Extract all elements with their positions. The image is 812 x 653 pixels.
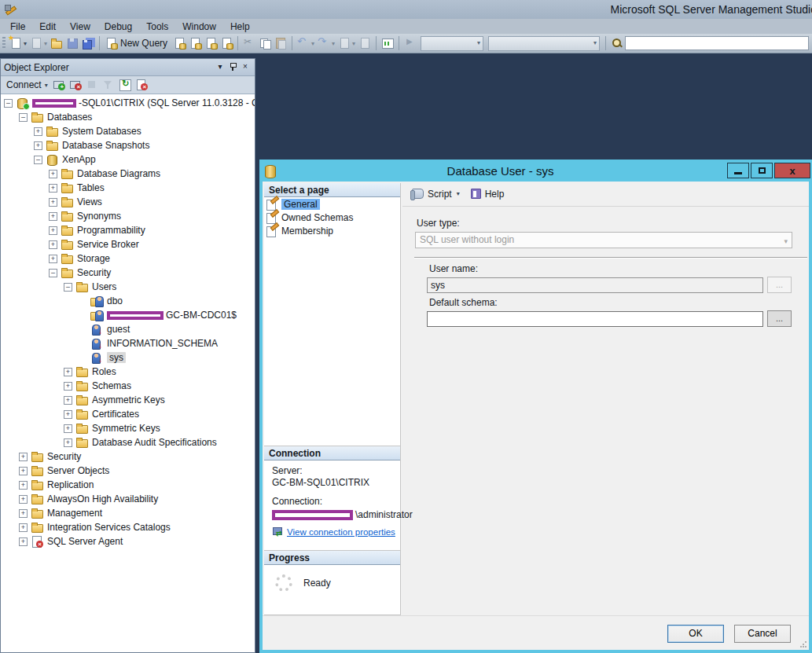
tree-item[interactable]: +Replication: [1, 478, 255, 492]
query-window-button[interactable]: ▾: [336, 35, 357, 52]
results-window-button[interactable]: [357, 35, 373, 52]
expander-icon[interactable]: +: [19, 467, 28, 475]
tree-item[interactable]: +Database Audit Specifications: [1, 435, 255, 449]
new-item-button[interactable]: ▾: [8, 35, 28, 52]
expander-icon[interactable]: +: [64, 438, 72, 447]
menu-window[interactable]: Window: [175, 20, 223, 33]
menu-file[interactable]: File: [3, 20, 32, 33]
dmx-query-button[interactable]: [203, 35, 219, 52]
save-all-button[interactable]: [80, 35, 96, 52]
tree-item[interactable]: +Asymmetric Keys: [1, 393, 255, 407]
debug-start-button[interactable]: [402, 35, 418, 52]
close-button[interactable]: x: [774, 163, 810, 178]
tree-item[interactable]: +Roles: [1, 365, 255, 379]
expander-icon[interactable]: +: [49, 184, 57, 193]
xmla-query-button[interactable]: [219, 35, 234, 52]
save-button[interactable]: [64, 35, 80, 52]
expander-icon[interactable]: +: [49, 255, 57, 263]
disconnect-server-button[interactable]: [68, 78, 83, 93]
expander-icon[interactable]: +: [64, 424, 72, 433]
menu-help[interactable]: Help: [223, 20, 257, 33]
tree-item[interactable]: +Schemas: [1, 379, 255, 393]
expander-icon[interactable]: –: [49, 269, 57, 277]
script-button[interactable]: Script ▾: [412, 189, 460, 200]
tree-item[interactable]: +Synonyms: [1, 209, 255, 223]
copy-button[interactable]: [257, 35, 273, 52]
tree-item[interactable]: +Tables: [1, 181, 255, 195]
tree-item[interactable]: +Views: [1, 195, 255, 209]
expander-icon[interactable]: +: [19, 453, 28, 461]
expander-icon[interactable]: +: [49, 240, 57, 249]
find-button[interactable]: [609, 35, 625, 52]
pin-button[interactable]: [226, 61, 239, 73]
expander-icon[interactable]: –: [64, 283, 72, 292]
tree-item[interactable]: +Certificates: [1, 407, 255, 421]
expander-icon[interactable]: +: [64, 410, 72, 419]
mdx-query-button[interactable]: [187, 35, 203, 52]
connect-server-button[interactable]: [52, 78, 67, 93]
expander-icon[interactable]: +: [49, 198, 57, 207]
help-button[interactable]: Help: [471, 189, 505, 200]
tree-item[interactable]: +SQL Server Agent: [1, 534, 255, 548]
expander-icon[interactable]: +: [34, 127, 42, 136]
tree-item[interactable]: +Symmetric Keys: [1, 421, 255, 435]
paste-button[interactable]: [273, 35, 288, 52]
tree-item[interactable]: INFORMATION_SCHEMA: [1, 336, 255, 350]
connect-button[interactable]: Connect▾: [4, 79, 50, 91]
expander-icon[interactable]: +: [49, 170, 57, 178]
toolbar-search-input[interactable]: [625, 36, 809, 50]
new-query-button[interactable]: New Query: [103, 35, 171, 52]
expander-icon[interactable]: +: [19, 509, 28, 518]
page-item-general[interactable]: General: [264, 197, 400, 211]
tree-item[interactable]: –-SQL01\CITRIX (SQL Server 11.0.3128 - G…: [1, 96, 255, 110]
tree-item[interactable]: –XenApp: [1, 152, 255, 167]
user-type-combobox[interactable]: SQL user without login ▾: [415, 232, 792, 248]
expander-icon[interactable]: –: [34, 156, 42, 164]
default-schema-browse-button[interactable]: ...: [767, 310, 792, 327]
tree-item[interactable]: sys: [1, 350, 255, 365]
window-position-button[interactable]: ▾: [214, 61, 226, 73]
tree-item[interactable]: +Storage: [1, 251, 255, 266]
menu-edit[interactable]: Edit: [32, 20, 63, 33]
refresh-button[interactable]: [118, 78, 133, 93]
user-name-browse-button[interactable]: ...: [767, 277, 792, 293]
expander-icon[interactable]: –: [4, 99, 13, 108]
database-engine-query-button[interactable]: [171, 35, 187, 52]
menu-view[interactable]: View: [63, 20, 97, 33]
default-schema-field[interactable]: [427, 311, 763, 327]
open-file-button[interactable]: [49, 35, 64, 52]
dialog-title-bar[interactable]: Database User - sys x: [259, 160, 812, 182]
page-item-owned-schemas[interactable]: Owned Schemas: [264, 211, 400, 224]
expander-icon[interactable]: +: [49, 212, 57, 221]
tree-item[interactable]: –Databases: [1, 110, 255, 124]
tree-item[interactable]: +Server Objects: [1, 464, 255, 478]
script-button[interactable]: [134, 78, 149, 93]
toolbar-combobox-2[interactable]: ▾: [488, 36, 600, 51]
stop-button[interactable]: [85, 78, 100, 93]
expander-icon[interactable]: +: [64, 382, 72, 391]
menu-tools[interactable]: Tools: [139, 20, 175, 33]
tree-item[interactable]: +AlwaysOn High Availability: [1, 492, 255, 506]
tree-item[interactable]: +Service Broker: [1, 237, 255, 251]
expander-icon[interactable]: +: [19, 537, 28, 546]
tree-item[interactable]: +System Databases: [1, 124, 255, 138]
tree-item[interactable]: guest: [1, 322, 255, 336]
expander-icon[interactable]: +: [34, 141, 42, 150]
tree-item[interactable]: +Database Diagrams: [1, 167, 255, 181]
resize-grip[interactable]: [799, 640, 807, 648]
add-item-button[interactable]: ▾: [28, 35, 49, 52]
tree-item[interactable]: –Users: [1, 280, 255, 294]
expander-icon[interactable]: –: [19, 113, 28, 122]
view-connection-properties-link[interactable]: View connection properties: [287, 527, 395, 537]
menu-debug[interactable]: Debug: [97, 20, 139, 33]
redo-button[interactable]: ▾: [316, 35, 336, 52]
tree-item[interactable]: +Programmability: [1, 223, 255, 237]
expander-icon[interactable]: +: [19, 523, 28, 532]
toolbar-combobox-1[interactable]: ▾: [421, 36, 483, 51]
cut-button[interactable]: [241, 35, 257, 52]
tree-item[interactable]: –Security: [1, 266, 255, 280]
tree-item[interactable]: dbo: [1, 294, 255, 308]
minimize-button[interactable]: [727, 163, 749, 178]
expander-icon[interactable]: +: [64, 396, 72, 405]
tree-item[interactable]: +Management: [1, 506, 255, 520]
